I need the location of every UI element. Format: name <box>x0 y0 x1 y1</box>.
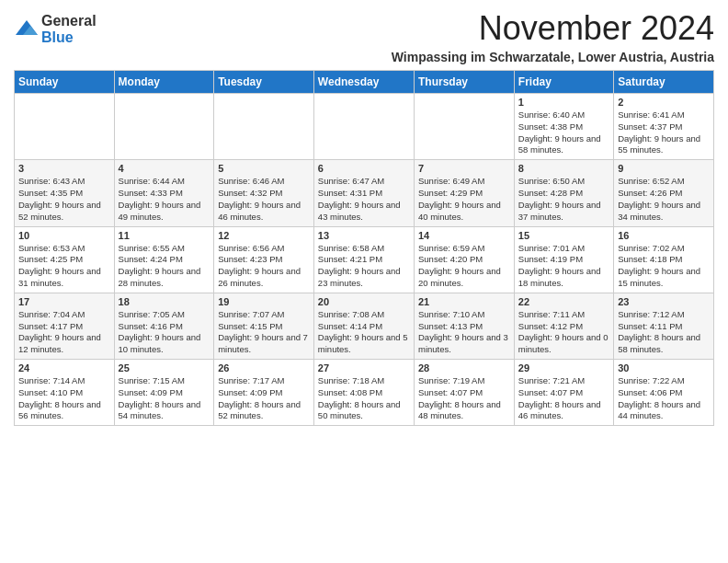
day-info: Sunrise: 7:04 AM Sunset: 4:17 PM Dayligh… <box>18 309 110 356</box>
day-of-week-header: Sunday <box>15 71 115 94</box>
day-info: Sunrise: 6:56 AM Sunset: 4:23 PM Dayligh… <box>218 243 310 290</box>
day-info: Sunrise: 7:10 AM Sunset: 4:13 PM Dayligh… <box>418 309 510 356</box>
day-info: Sunrise: 7:01 AM Sunset: 4:19 PM Dayligh… <box>518 243 609 290</box>
day-number: 16 <box>618 230 710 241</box>
day-number: 22 <box>518 296 609 307</box>
logo-general-text: General <box>41 13 97 29</box>
day-number: 5 <box>218 163 310 174</box>
day-info: Sunrise: 7:18 AM Sunset: 4:08 PM Dayligh… <box>318 375 410 422</box>
day-number: 25 <box>119 362 210 373</box>
calendar-cell <box>214 94 314 160</box>
day-info: Sunrise: 7:12 AM Sunset: 4:11 PM Dayligh… <box>618 309 710 356</box>
day-number: 27 <box>318 362 410 373</box>
day-number: 15 <box>518 230 609 241</box>
day-info: Sunrise: 6:53 AM Sunset: 4:25 PM Dayligh… <box>18 243 110 290</box>
calendar-cell: 13Sunrise: 6:58 AM Sunset: 4:21 PM Dayli… <box>313 226 414 293</box>
day-info: Sunrise: 6:41 AM Sunset: 4:37 PM Dayligh… <box>618 109 710 156</box>
day-number: 30 <box>618 362 710 373</box>
day-number: 14 <box>418 230 510 241</box>
day-info: Sunrise: 7:14 AM Sunset: 4:10 PM Dayligh… <box>18 375 110 422</box>
page-header: General Blue November 2024 Wimpassing im… <box>14 9 714 64</box>
day-info: Sunrise: 7:15 AM Sunset: 4:09 PM Dayligh… <box>119 375 210 422</box>
calendar-cell: 2Sunrise: 6:41 AM Sunset: 4:37 PM Daylig… <box>614 94 714 160</box>
calendar-cell: 19Sunrise: 7:07 AM Sunset: 4:15 PM Dayli… <box>214 293 314 359</box>
day-number: 9 <box>618 163 710 174</box>
calendar-cell <box>414 94 514 160</box>
day-number: 18 <box>119 296 210 307</box>
calendar-cell: 17Sunrise: 7:04 AM Sunset: 4:17 PM Dayli… <box>15 293 115 359</box>
day-info: Sunrise: 7:17 AM Sunset: 4:09 PM Dayligh… <box>218 375 310 422</box>
calendar-week-row: 3Sunrise: 6:43 AM Sunset: 4:35 PM Daylig… <box>15 160 714 226</box>
calendar-cell: 14Sunrise: 6:59 AM Sunset: 4:20 PM Dayli… <box>414 226 514 293</box>
day-info: Sunrise: 7:11 AM Sunset: 4:12 PM Dayligh… <box>518 309 609 356</box>
month-title: November 2024 <box>392 9 714 48</box>
day-number: 8 <box>518 163 609 174</box>
calendar-cell: 3Sunrise: 6:43 AM Sunset: 4:35 PM Daylig… <box>15 160 115 226</box>
day-info: Sunrise: 6:59 AM Sunset: 4:20 PM Dayligh… <box>418 243 510 290</box>
logo-icon <box>14 17 40 42</box>
calendar-cell: 25Sunrise: 7:15 AM Sunset: 4:09 PM Dayli… <box>114 360 214 426</box>
day-info: Sunrise: 6:58 AM Sunset: 4:21 PM Dayligh… <box>318 243 410 290</box>
title-section: November 2024 Wimpassing im Schwarzatale… <box>392 9 714 64</box>
logo-blue-text: Blue <box>41 29 97 46</box>
calendar-week-row: 24Sunrise: 7:14 AM Sunset: 4:10 PM Dayli… <box>15 360 714 426</box>
location-subtitle: Wimpassing im Schwarzatale, Lower Austri… <box>392 50 714 64</box>
day-info: Sunrise: 6:49 AM Sunset: 4:29 PM Dayligh… <box>418 176 510 223</box>
calendar-cell: 26Sunrise: 7:17 AM Sunset: 4:09 PM Dayli… <box>214 360 314 426</box>
day-info: Sunrise: 6:46 AM Sunset: 4:32 PM Dayligh… <box>218 176 310 223</box>
day-number: 23 <box>618 296 710 307</box>
calendar-cell: 24Sunrise: 7:14 AM Sunset: 4:10 PM Dayli… <box>15 360 115 426</box>
day-number: 6 <box>318 163 410 174</box>
day-number: 17 <box>18 296 110 307</box>
calendar-header-row: SundayMondayTuesdayWednesdayThursdayFrid… <box>15 71 714 94</box>
day-number: 24 <box>18 362 110 373</box>
day-info: Sunrise: 6:44 AM Sunset: 4:33 PM Dayligh… <box>119 176 210 223</box>
day-of-week-header: Tuesday <box>214 71 314 94</box>
day-info: Sunrise: 7:02 AM Sunset: 4:18 PM Dayligh… <box>618 243 710 290</box>
calendar-cell: 22Sunrise: 7:11 AM Sunset: 4:12 PM Dayli… <box>514 293 613 359</box>
day-number: 26 <box>218 362 310 373</box>
logo: General Blue <box>14 13 97 45</box>
day-info: Sunrise: 6:47 AM Sunset: 4:31 PM Dayligh… <box>318 176 410 223</box>
calendar-cell <box>114 94 214 160</box>
day-number: 4 <box>119 163 210 174</box>
calendar-cell: 28Sunrise: 7:19 AM Sunset: 4:07 PM Dayli… <box>414 360 514 426</box>
calendar-cell: 18Sunrise: 7:05 AM Sunset: 4:16 PM Dayli… <box>114 293 214 359</box>
calendar-cell: 10Sunrise: 6:53 AM Sunset: 4:25 PM Dayli… <box>15 226 115 293</box>
day-number: 28 <box>418 362 510 373</box>
calendar-cell: 21Sunrise: 7:10 AM Sunset: 4:13 PM Dayli… <box>414 293 514 359</box>
day-of-week-header: Friday <box>514 71 613 94</box>
day-number: 10 <box>18 230 110 241</box>
day-number: 13 <box>318 230 410 241</box>
day-info: Sunrise: 7:21 AM Sunset: 4:07 PM Dayligh… <box>518 375 609 422</box>
calendar-cell: 11Sunrise: 6:55 AM Sunset: 4:24 PM Dayli… <box>114 226 214 293</box>
day-number: 12 <box>218 230 310 241</box>
calendar-cell <box>313 94 414 160</box>
calendar-cell <box>15 94 115 160</box>
day-number: 29 <box>518 362 609 373</box>
day-info: Sunrise: 6:52 AM Sunset: 4:26 PM Dayligh… <box>618 176 710 223</box>
calendar-cell: 4Sunrise: 6:44 AM Sunset: 4:33 PM Daylig… <box>114 160 214 226</box>
day-of-week-header: Thursday <box>414 71 514 94</box>
calendar-cell: 16Sunrise: 7:02 AM Sunset: 4:18 PM Dayli… <box>614 226 714 293</box>
day-number: 7 <box>418 163 510 174</box>
calendar-cell: 27Sunrise: 7:18 AM Sunset: 4:08 PM Dayli… <box>313 360 414 426</box>
day-number: 3 <box>18 163 110 174</box>
day-info: Sunrise: 7:05 AM Sunset: 4:16 PM Dayligh… <box>119 309 210 356</box>
calendar-cell: 6Sunrise: 6:47 AM Sunset: 4:31 PM Daylig… <box>313 160 414 226</box>
day-info: Sunrise: 7:19 AM Sunset: 4:07 PM Dayligh… <box>418 375 510 422</box>
day-number: 2 <box>618 97 710 108</box>
day-info: Sunrise: 7:08 AM Sunset: 4:14 PM Dayligh… <box>318 309 410 356</box>
day-number: 1 <box>518 97 609 108</box>
day-info: Sunrise: 6:43 AM Sunset: 4:35 PM Dayligh… <box>18 176 110 223</box>
day-info: Sunrise: 6:40 AM Sunset: 4:38 PM Dayligh… <box>518 109 609 156</box>
day-info: Sunrise: 7:22 AM Sunset: 4:06 PM Dayligh… <box>618 375 710 422</box>
calendar-cell: 30Sunrise: 7:22 AM Sunset: 4:06 PM Dayli… <box>614 360 714 426</box>
calendar-week-row: 1Sunrise: 6:40 AM Sunset: 4:38 PM Daylig… <box>15 94 714 160</box>
day-info: Sunrise: 6:55 AM Sunset: 4:24 PM Dayligh… <box>119 243 210 290</box>
calendar-week-row: 17Sunrise: 7:04 AM Sunset: 4:17 PM Dayli… <box>15 293 714 359</box>
day-info: Sunrise: 6:50 AM Sunset: 4:28 PM Dayligh… <box>518 176 609 223</box>
calendar-cell: 23Sunrise: 7:12 AM Sunset: 4:11 PM Dayli… <box>614 293 714 359</box>
calendar-cell: 7Sunrise: 6:49 AM Sunset: 4:29 PM Daylig… <box>414 160 514 226</box>
day-info: Sunrise: 7:07 AM Sunset: 4:15 PM Dayligh… <box>218 309 310 356</box>
